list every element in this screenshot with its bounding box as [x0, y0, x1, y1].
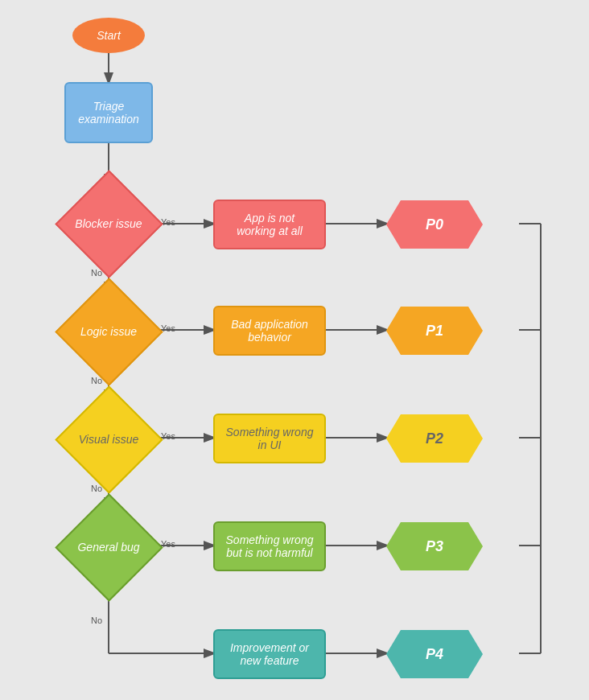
general-yes-label: Yes — [161, 539, 175, 549]
p3-node: P3 — [386, 522, 483, 570]
logic-yes-label: Yes — [161, 323, 175, 333]
p2-node: P2 — [386, 414, 483, 463]
p1-label: P1 — [426, 323, 443, 340]
visual-node: Visual issue — [55, 399, 163, 480]
blocker-yes-label: Yes — [161, 217, 175, 227]
visual-no-label: No — [91, 484, 102, 493]
p3-label: P3 — [426, 538, 443, 555]
improvement-node: Improvement ornew feature — [213, 629, 326, 679]
blocker-no-label: No — [91, 268, 102, 278]
logic-no-label: No — [91, 376, 102, 385]
blocker-node: Blocker issue — [55, 183, 163, 264]
visual-yes-label: Yes — [161, 431, 175, 441]
logic-node: Logic issue — [55, 291, 163, 372]
start-node: Start — [72, 18, 145, 53]
p4-node: P4 — [386, 630, 483, 678]
something-wrong-node: Something wrongin UI — [213, 414, 326, 463]
bad-behavior-label: Bad applicationbehavior — [231, 318, 308, 344]
start-label: Start — [97, 29, 121, 42]
flowchart-canvas: Start Triageexamination Blocker issue Lo… — [0, 0, 589, 700]
p4-label: P4 — [426, 646, 443, 663]
bad-behavior-node: Bad applicationbehavior — [213, 306, 326, 356]
triage-label: Triageexamination — [78, 100, 139, 126]
p1-node: P1 — [386, 307, 483, 355]
app-not-working-node: App is notworking at all — [213, 200, 326, 249]
improvement-label: Improvement ornew feature — [230, 641, 309, 667]
general-no-label: No — [91, 616, 102, 625]
triage-node: Triageexamination — [64, 82, 153, 143]
p2-label: P2 — [426, 430, 443, 447]
p0-node: P0 — [386, 200, 483, 249]
app-not-working-label: App is notworking at all — [237, 212, 303, 237]
general-node: General bug — [55, 507, 163, 587]
p0-label: P0 — [426, 216, 443, 233]
not-harmful-label: Something wrongbut is not harmful — [226, 533, 314, 559]
not-harmful-node: Something wrongbut is not harmful — [213, 521, 326, 571]
something-wrong-label: Something wrongin UI — [226, 426, 314, 451]
